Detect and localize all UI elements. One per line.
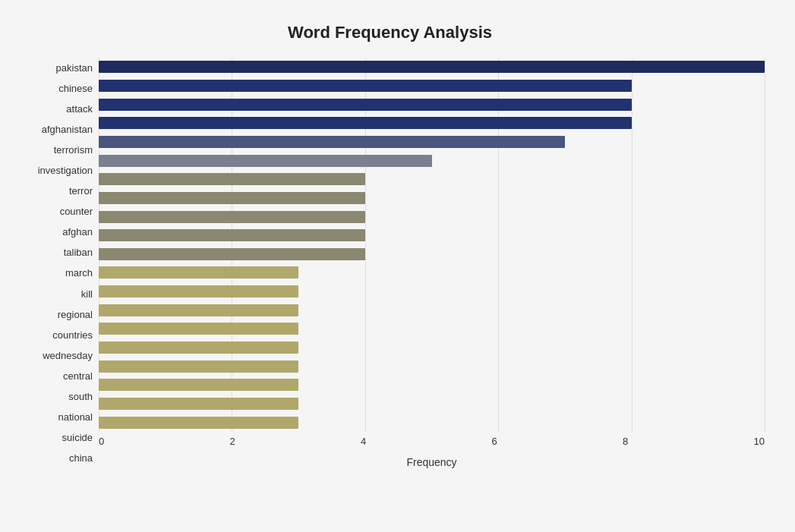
- bar-row: [99, 133, 765, 152]
- bar-row: [99, 207, 765, 226]
- y-label: taliban: [64, 247, 93, 257]
- bar: [99, 192, 365, 204]
- bar-row: [99, 282, 765, 301]
- bar: [99, 266, 298, 279]
- y-label: countries: [52, 330, 93, 340]
- y-label: kill: [81, 289, 93, 299]
- x-tick: 0: [99, 436, 104, 455]
- bar-row: [99, 320, 765, 338]
- y-label: china: [69, 453, 93, 463]
- y-label: wednesday: [43, 351, 93, 360]
- bar: [99, 248, 365, 260]
- grid-line: [765, 58, 765, 432]
- y-axis: pakistanchineseattackafghanistanterroris…: [15, 58, 99, 468]
- bar-row: [99, 357, 765, 376]
- bar-row: [99, 77, 765, 96]
- bar: [99, 211, 365, 223]
- bar: [99, 155, 432, 167]
- bars-area: [99, 58, 765, 432]
- bar-row: [99, 338, 765, 357]
- bar-row: [99, 189, 765, 208]
- bar-row: [99, 95, 765, 114]
- y-label: terror: [69, 186, 93, 196]
- bar-row: [99, 245, 765, 264]
- x-tick: 10: [754, 436, 765, 455]
- bar: [99, 99, 632, 111]
- y-label: regional: [58, 310, 93, 320]
- x-axis: 0246810: [99, 432, 765, 455]
- bar: [99, 80, 632, 92]
- chart-area: pakistanchineseattackafghanistanterroris…: [15, 58, 765, 468]
- y-label: investigation: [38, 165, 93, 175]
- bar-row: [99, 395, 765, 414]
- y-label: terrorism: [54, 145, 93, 155]
- x-tick: 2: [230, 436, 235, 455]
- y-label: afghanistan: [42, 124, 93, 134]
- bar: [99, 379, 298, 391]
- y-label: south: [68, 392, 93, 401]
- bar: [99, 360, 298, 373]
- bar: [99, 417, 298, 429]
- x-tick: 6: [492, 436, 497, 455]
- bar-row: [99, 301, 765, 320]
- bar: [99, 229, 365, 241]
- bar: [99, 285, 298, 297]
- chart-container: Word Frequency Analysis pakistanchinesea…: [8, 8, 787, 532]
- y-label: chinese: [58, 83, 93, 93]
- bar: [99, 304, 298, 316]
- bar: [99, 323, 298, 335]
- bars-and-xaxis: 0246810 Frequency: [99, 58, 765, 468]
- y-label: march: [65, 268, 93, 278]
- y-label: pakistan: [56, 63, 93, 73]
- bar: [99, 136, 565, 148]
- y-label: central: [63, 371, 93, 381]
- bar-row: [99, 114, 765, 133]
- bar: [99, 173, 365, 185]
- x-axis-label: Frequency: [99, 456, 765, 468]
- x-tick: 4: [361, 436, 366, 455]
- bar-row: [99, 170, 765, 189]
- y-label: attack: [66, 104, 93, 114]
- bar-row: [99, 263, 765, 282]
- bar-row: [99, 151, 765, 170]
- bar-row: [99, 226, 765, 245]
- bar: [99, 61, 765, 73]
- bar: [99, 342, 298, 354]
- bar-row: [99, 413, 765, 432]
- y-label: national: [58, 412, 93, 422]
- y-label: counter: [60, 206, 93, 216]
- y-label: afghan: [62, 227, 93, 237]
- bar: [99, 117, 632, 129]
- bar-row: [99, 376, 765, 395]
- bar-row: [99, 58, 765, 77]
- x-tick: 8: [623, 436, 628, 455]
- chart-title: Word Frequency Analysis: [15, 23, 765, 42]
- bar: [99, 398, 298, 410]
- y-label: suicide: [62, 433, 93, 442]
